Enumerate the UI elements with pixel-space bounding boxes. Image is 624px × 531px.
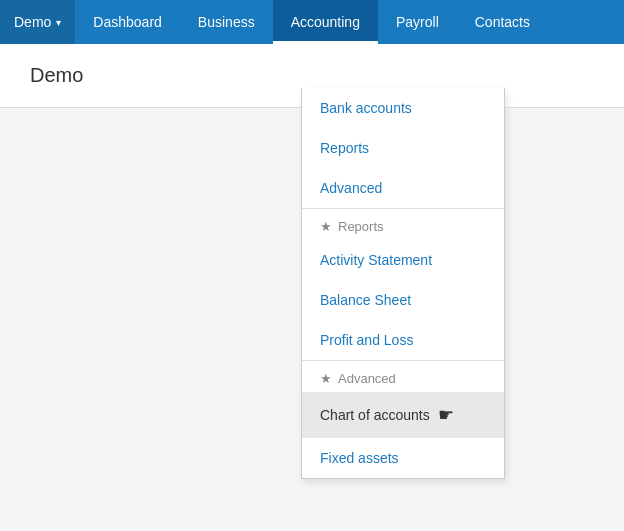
nav-label-contacts: Contacts — [475, 14, 530, 30]
dropdown-item-fixed-assets[interactable]: Fixed assets — [302, 438, 504, 478]
advanced-section-label: Advanced — [338, 371, 396, 386]
nav-label-payroll: Payroll — [396, 14, 439, 30]
nav-item-dashboard[interactable]: Dashboard — [75, 0, 180, 44]
dropdown-item-balance-sheet[interactable]: Balance Sheet — [302, 280, 504, 320]
nav-label-dashboard: Dashboard — [93, 14, 162, 30]
dropdown-item-advanced-main[interactable]: Advanced — [302, 168, 504, 208]
dropdown-item-bank-accounts[interactable]: Bank accounts — [302, 88, 504, 128]
dropdown-section-reports: ★ Reports Activity Statement Balance She… — [302, 209, 504, 361]
dropdown-item-profit-and-loss[interactable]: Profit and Loss — [302, 320, 504, 360]
nav-label-demo: Demo — [14, 14, 51, 30]
dropdown-item-activity-statement[interactable]: Activity Statement — [302, 240, 504, 280]
accounting-dropdown: Bank accounts Reports Advanced ★ Reports… — [301, 88, 505, 479]
nav-item-demo[interactable]: Demo ▾ — [0, 0, 75, 44]
reports-section-header: ★ Reports — [302, 209, 504, 240]
content-area: Demo Bank accounts Reports Advanced ★ Re… — [0, 44, 624, 531]
active-underline — [273, 41, 378, 44]
advanced-star-icon: ★ — [320, 371, 332, 386]
advanced-section-header: ★ Advanced — [302, 361, 504, 392]
nav-label-business: Business — [198, 14, 255, 30]
nav-item-contacts[interactable]: Contacts — [457, 0, 548, 44]
dropdown-item-reports-main[interactable]: Reports — [302, 128, 504, 168]
nav-item-business[interactable]: Business — [180, 0, 273, 44]
demo-dropdown-arrow: ▾ — [56, 17, 61, 28]
navbar: Demo ▾ Dashboard Business Accounting Pay… — [0, 0, 624, 44]
nav-item-payroll[interactable]: Payroll — [378, 0, 457, 44]
dropdown-section-main: Bank accounts Reports Advanced — [302, 88, 504, 209]
dropdown-item-chart-of-accounts[interactable]: Chart of accounts ☛ — [302, 392, 504, 438]
nav-item-accounting[interactable]: Accounting — [273, 0, 378, 44]
dropdown-section-advanced: ★ Advanced Chart of accounts ☛ Fixed ass… — [302, 361, 504, 478]
reports-section-label: Reports — [338, 219, 384, 234]
reports-star-icon: ★ — [320, 219, 332, 234]
nav-label-accounting: Accounting — [291, 14, 360, 30]
cursor-icon: ☛ — [438, 404, 454, 426]
